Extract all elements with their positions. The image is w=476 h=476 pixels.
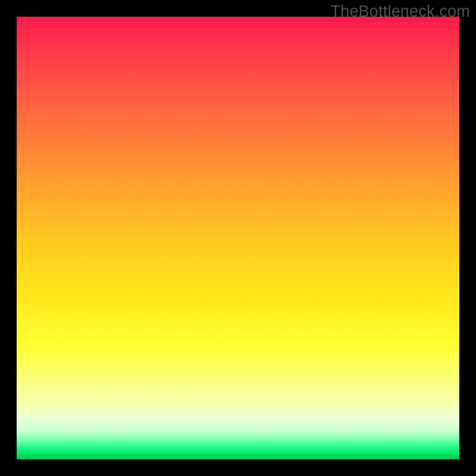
plot-area	[17, 17, 459, 459]
outer-frame: TheBottleneck.com	[0, 0, 476, 476]
watermark-text: TheBottleneck.com	[330, 2, 470, 21]
heat-gradient-background	[17, 17, 459, 459]
